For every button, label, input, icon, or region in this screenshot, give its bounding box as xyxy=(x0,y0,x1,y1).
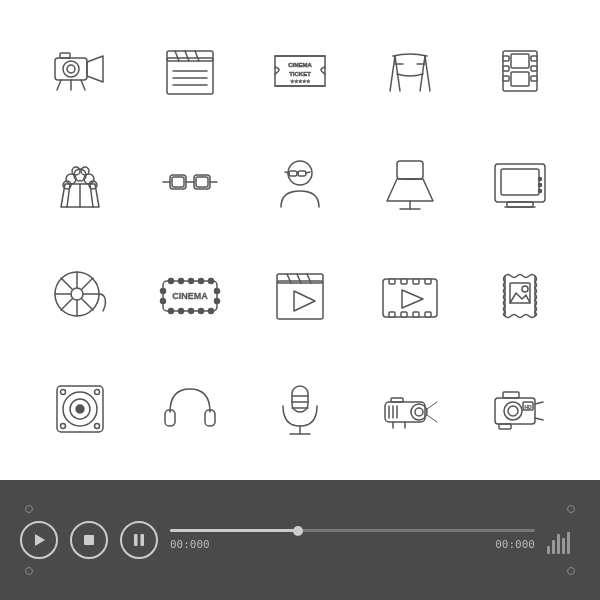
svg-point-120 xyxy=(95,423,100,428)
svg-rect-9 xyxy=(167,51,213,61)
svg-rect-34 xyxy=(511,54,529,68)
waveform-bar-4 xyxy=(562,538,565,554)
svg-rect-134 xyxy=(391,398,403,402)
dot-bottom-right xyxy=(567,567,575,575)
pause-button[interactable] xyxy=(120,521,158,559)
svg-point-84 xyxy=(209,279,214,284)
svg-point-131 xyxy=(415,408,423,416)
svg-marker-147 xyxy=(35,534,45,546)
svg-rect-103 xyxy=(401,279,407,284)
icon-play-clapperboard xyxy=(250,245,350,348)
svg-rect-8 xyxy=(167,58,213,94)
icon-clapperboard xyxy=(140,20,240,123)
icon-speaker xyxy=(30,358,130,461)
svg-point-140 xyxy=(508,406,518,416)
timeline-labels: 00:000 00:000 xyxy=(170,538,535,551)
icon-popcorn xyxy=(30,133,130,236)
svg-point-1 xyxy=(63,61,79,77)
svg-rect-109 xyxy=(425,312,431,317)
svg-line-24 xyxy=(425,56,430,91)
icon-directors-chair xyxy=(360,20,460,123)
svg-line-12 xyxy=(195,51,199,61)
svg-point-116 xyxy=(76,405,84,413)
svg-rect-102 xyxy=(389,279,395,284)
svg-line-146 xyxy=(535,418,543,420)
svg-rect-54 xyxy=(298,171,306,176)
icon-cinema-ticket: CINEMA TICKET ★★★★★ xyxy=(250,20,350,123)
svg-line-4 xyxy=(57,80,61,90)
svg-line-57 xyxy=(306,172,310,173)
svg-text:CINEMA: CINEMA xyxy=(172,291,208,301)
timeline[interactable]: 00:000 00:000 xyxy=(170,529,535,551)
icon-microphone xyxy=(250,358,350,461)
svg-rect-35 xyxy=(511,72,529,86)
svg-line-78 xyxy=(61,299,72,310)
svg-line-10 xyxy=(175,51,179,61)
svg-rect-58 xyxy=(397,161,423,179)
svg-line-145 xyxy=(535,402,543,404)
waveform-bar-2 xyxy=(552,540,555,554)
svg-rect-95 xyxy=(277,281,323,319)
player-bar: 00:000 00:000 xyxy=(0,480,600,600)
svg-point-112 xyxy=(522,286,528,292)
svg-rect-148 xyxy=(84,535,94,545)
svg-marker-7 xyxy=(87,56,103,82)
svg-line-21 xyxy=(390,56,395,91)
svg-rect-104 xyxy=(413,279,419,284)
svg-rect-150 xyxy=(141,534,145,546)
icon-tv-monitor xyxy=(470,133,570,236)
svg-rect-129 xyxy=(385,402,425,422)
svg-text:CINEMA: CINEMA xyxy=(288,62,312,68)
svg-line-6 xyxy=(81,80,85,90)
svg-rect-107 xyxy=(401,312,407,317)
svg-line-75 xyxy=(61,278,72,289)
svg-point-70 xyxy=(71,288,83,300)
player-controls: 00:000 00:000 xyxy=(20,521,580,559)
svg-text:TICKET: TICKET xyxy=(289,71,311,77)
timeline-track[interactable] xyxy=(170,529,535,532)
icon-film-strip xyxy=(470,20,570,123)
icon-grid: CINEMA TICKET ★★★★★ xyxy=(20,10,580,470)
svg-rect-106 xyxy=(389,312,395,317)
icon-movie-camera xyxy=(30,20,130,123)
icon-spotlight xyxy=(360,133,460,236)
svg-point-117 xyxy=(61,389,66,394)
svg-point-89 xyxy=(209,309,214,314)
icon-photo-frame xyxy=(470,245,570,348)
icon-hd-camera: HD xyxy=(470,358,570,461)
waveform-bar-3 xyxy=(557,534,560,554)
timeline-thumb xyxy=(293,526,303,536)
svg-marker-100 xyxy=(294,291,315,311)
icon-projector xyxy=(360,358,460,461)
svg-point-80 xyxy=(169,279,174,284)
svg-rect-50 xyxy=(172,177,184,187)
svg-point-139 xyxy=(504,402,522,420)
stop-button[interactable] xyxy=(70,521,108,559)
svg-point-118 xyxy=(95,389,100,394)
svg-rect-53 xyxy=(289,171,297,176)
svg-point-82 xyxy=(189,279,194,284)
play-button[interactable] xyxy=(20,521,58,559)
svg-point-92 xyxy=(215,289,220,294)
svg-rect-28 xyxy=(503,56,509,61)
svg-rect-3 xyxy=(60,53,70,58)
icon-gallery: CINEMA TICKET ★★★★★ xyxy=(0,0,600,480)
dot-top-right xyxy=(567,505,575,513)
svg-rect-51 xyxy=(196,177,208,187)
icon-cinema-sign: CINEMA xyxy=(140,245,240,348)
svg-rect-33 xyxy=(531,76,537,81)
svg-point-93 xyxy=(215,299,220,304)
svg-point-85 xyxy=(169,309,174,314)
waveform-bar-5 xyxy=(567,532,570,554)
svg-text:★★★★★: ★★★★★ xyxy=(290,78,311,84)
svg-point-2 xyxy=(67,65,75,73)
svg-line-77 xyxy=(82,278,93,289)
time-start: 00:000 xyxy=(170,538,210,551)
dot-bottom-left xyxy=(25,567,33,575)
icon-play-video xyxy=(360,245,460,348)
svg-rect-141 xyxy=(503,392,519,398)
svg-rect-63 xyxy=(501,169,539,195)
svg-point-81 xyxy=(179,279,184,284)
player-dots-top xyxy=(20,505,580,513)
svg-point-90 xyxy=(161,289,166,294)
